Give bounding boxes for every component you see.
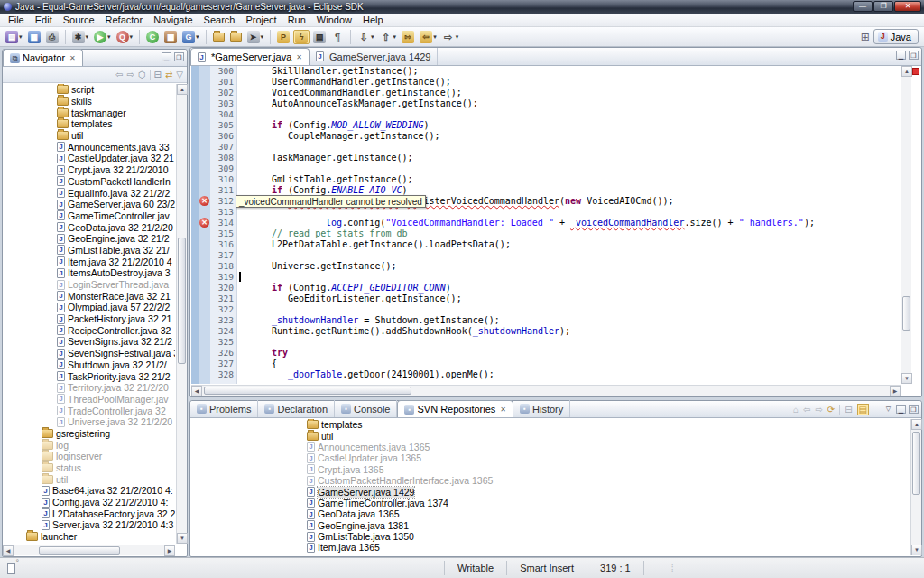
- open-perspective-icon[interactable]: ⊞: [861, 31, 870, 43]
- nav-item[interactable]: skills: [4, 96, 175, 107]
- code-area[interactable]: SkillHandler.getInstance();UserCommandHa…: [237, 66, 901, 384]
- svn-item[interactable]: JGmListTable.java 1350: [191, 531, 910, 542]
- back-icon[interactable]: ⇦: [116, 69, 123, 81]
- nav-item[interactable]: JServer.java 32 21/2/2010 4:3: [4, 519, 175, 531]
- menu-help[interactable]: Help: [357, 14, 389, 27]
- nav-item[interactable]: JTradeController.java 32: [4, 405, 175, 416]
- nav-item[interactable]: JTaskPriority.java 32 21/2: [4, 370, 175, 382]
- dropdown-arrow-icon[interactable]: ▾: [433, 33, 437, 41]
- nav-item[interactable]: JCustomPacketHandlerIn: [4, 176, 175, 188]
- nav-item[interactable]: JItemsAutoDestroy.java 3: [4, 267, 175, 279]
- debug-button[interactable]: ✱▾: [70, 30, 91, 44]
- code-line[interactable]: VoicedCommandHandler.getInstance();: [237, 88, 901, 98]
- editor-maximize-icon[interactable]: ❐: [909, 51, 919, 60]
- svn-item[interactable]: JCrypt.java 1365: [191, 464, 910, 475]
- code-line[interactable]: AutoAnnounceTaskManager.getInstance();: [237, 98, 901, 109]
- bottom-tab-svn-repositories[interactable]: ▪SVN Repositories✕: [397, 400, 513, 417]
- svn-back-icon[interactable]: ⇦: [803, 405, 810, 415]
- mark-occurrences-button[interactable]: ϟ: [293, 30, 310, 44]
- nav-item[interactable]: launcher: [4, 531, 175, 543]
- dropdown-arrow-icon[interactable]: ▾: [107, 33, 111, 41]
- nav-item[interactable]: util: [4, 473, 175, 485]
- bottom-minimize-icon[interactable]: ▁: [896, 405, 906, 414]
- code-line[interactable]: [237, 163, 901, 174]
- code-line[interactable]: Runtime.getRuntime().addShutdownHook(_sh…: [237, 326, 901, 337]
- menu-edit[interactable]: Edit: [30, 14, 58, 27]
- up-icon[interactable]: ⬡: [138, 69, 146, 81]
- menu-project[interactable]: Project: [240, 14, 282, 27]
- nav-item[interactable]: JRecipeController.java 32: [4, 324, 175, 336]
- dropdown-arrow-icon[interactable]: ▾: [19, 33, 23, 41]
- menu-navigate[interactable]: Navigate: [148, 14, 198, 27]
- bottom-tab-history[interactable]: ▪History: [513, 400, 570, 417]
- refresh-icon[interactable]: ⟳: [827, 405, 835, 415]
- dropdown-arrow-icon[interactable]: ▾: [371, 33, 374, 41]
- code-line[interactable]: TaskManager.getInstance();: [237, 153, 901, 163]
- nav-item[interactable]: JGmListTable.java 32 21/: [4, 245, 175, 256]
- navigator-minimize-icon[interactable]: ▁: [162, 52, 171, 61]
- svn-item[interactable]: JAnnouncements.java 1365: [191, 442, 910, 452]
- nav-item[interactable]: JItem.java 32 21/2/2010 4: [4, 256, 175, 267]
- code-line[interactable]: GeoEditorListener.getInstance();: [237, 294, 901, 304]
- code-line[interactable]: CoupleManager.getInstance();: [237, 131, 901, 142]
- nav-item[interactable]: JGameServer.java 60 23/2: [4, 199, 175, 210]
- repository-layout-icon[interactable]: ▤: [857, 404, 869, 415]
- nav-item[interactable]: JSevenSigns.java 32 21/2: [4, 336, 175, 348]
- home-icon[interactable]: ⌂: [793, 405, 799, 415]
- svn-vscrollbar[interactable]: ▲ ▼: [910, 419, 921, 555]
- view-menu-icon[interactable]: ▽: [176, 69, 183, 81]
- nav-item[interactable]: JCastleUpdater.java 32 21: [4, 153, 175, 164]
- print-button[interactable]: ⎙: [44, 30, 60, 44]
- svn-item[interactable]: JCastleUpdater.java 1365: [191, 452, 910, 463]
- show-source-range-button[interactable]: ▤: [311, 30, 328, 44]
- nav-item[interactable]: JShutdown.java 32 21/2/: [4, 359, 175, 371]
- code-line[interactable]: SkillHandler.getInstance();: [237, 66, 901, 77]
- nav-item[interactable]: JMonsterRace.java 32 21: [4, 290, 175, 302]
- code-line[interactable]: [237, 250, 901, 261]
- new-java-class-button[interactable]: C: [144, 30, 161, 44]
- code-line[interactable]: {: [237, 359, 901, 369]
- svn-item[interactable]: util: [191, 430, 910, 441]
- svn-view-menu-icon[interactable]: ▽: [883, 405, 893, 414]
- nav-item[interactable]: JGeoEngine.java 32 21/2: [4, 233, 175, 245]
- code-line[interactable]: UserCommandHandler.getInstance();: [237, 77, 901, 88]
- tab-close-icon[interactable]: ✕: [296, 53, 302, 61]
- nav-item[interactable]: JGameTimeController.jav: [4, 210, 175, 222]
- nav-item[interactable]: JLoginServerThread.java: [4, 279, 175, 291]
- editor-tab[interactable]: JGameServer.java 1429: [310, 48, 439, 65]
- nav-item[interactable]: JBase64.java 32 21/2/2010 4:: [4, 485, 175, 497]
- nav-item[interactable]: status: [4, 462, 175, 474]
- code-line[interactable]: [237, 337, 901, 348]
- nav-item[interactable]: util: [4, 130, 175, 142]
- menu-source[interactable]: Source: [58, 14, 100, 27]
- java-perspective-button[interactable]: J Java: [873, 29, 919, 44]
- toggle-annotations-button[interactable]: P: [275, 30, 291, 44]
- external-tools-button[interactable]: Q▾: [115, 30, 135, 44]
- error-marker-icon[interactable]: ✕: [199, 218, 209, 228]
- code-line[interactable]: [237, 109, 901, 120]
- next-annotation-button[interactable]: ⇩▾: [356, 30, 376, 44]
- open-type-button[interactable]: [211, 32, 226, 42]
- code-line[interactable]: if (Config.MOD_ALLOW_WEDDING): [237, 120, 901, 131]
- nav-item[interactable]: JSevenSignsFestival.java 3: [4, 348, 175, 359]
- svn-item[interactable]: JGameServer.java 1429: [191, 486, 910, 497]
- nav-item[interactable]: JTerritory.java 32 21/2/20: [4, 382, 175, 394]
- search-button[interactable]: ➤▾: [245, 30, 266, 44]
- code-line[interactable]: [237, 142, 901, 153]
- bottom-tab-problems[interactable]: ▪Problems: [190, 400, 258, 417]
- nav-item[interactable]: JThreadPoolManager.jav: [4, 394, 175, 406]
- svn-item[interactable]: JGeoData.java 1365: [191, 508, 910, 519]
- editor-hscrollbar[interactable]: ◀ ▶: [191, 385, 901, 396]
- menu-run[interactable]: Run: [282, 14, 311, 27]
- run-button[interactable]: ▶▾: [92, 30, 113, 44]
- dropdown-arrow-icon[interactable]: ▾: [130, 33, 134, 41]
- svn-forward-icon[interactable]: ⇨: [815, 405, 822, 415]
- navigator-hscrollbar[interactable]: ◀ ▶: [3, 545, 175, 555]
- nav-item[interactable]: gsregistering: [4, 428, 175, 440]
- nav-item[interactable]: JCrypt.java 32 21/2/2010: [4, 164, 175, 176]
- nav-item[interactable]: log: [4, 439, 175, 451]
- show-whitespace-button[interactable]: ¶: [329, 30, 346, 44]
- fast-view-icon[interactable]: [7, 563, 15, 574]
- svn-item[interactable]: JGameTimeController.java 1374: [191, 498, 910, 508]
- code-line[interactable]: _doorTable.getDoor(24190001).openMe();: [237, 369, 901, 380]
